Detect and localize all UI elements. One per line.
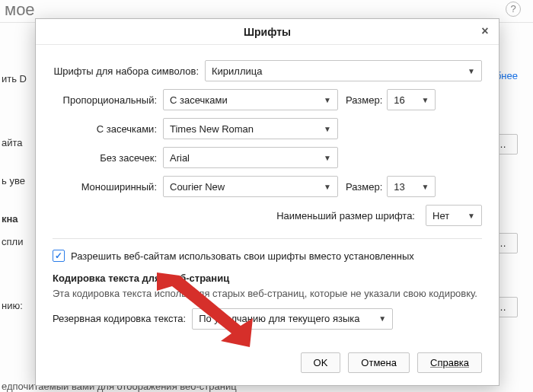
select-proportional[interactable]: С засечками ▼ <box>163 89 338 110</box>
label-charset: Шрифты для набора символов: <box>53 65 205 77</box>
select-mono-value: Courier New <box>170 181 225 193</box>
select-fallback-encoding-value: По умолчанию для текущего языка <box>199 313 359 324</box>
help-button[interactable]: Справка <box>417 352 482 373</box>
select-sans-value: Arial <box>170 152 190 164</box>
chevron-down-icon: ▼ <box>468 212 475 220</box>
select-serif-value: Times New Roman <box>170 123 254 135</box>
select-prop-size[interactable]: 16 ▼ <box>387 89 436 110</box>
label-allow-site-fonts: Разрешить веб-сайтам использовать свои ш… <box>71 250 414 262</box>
select-min-size[interactable]: Нет ▼ <box>426 205 482 226</box>
chevron-down-icon: ▼ <box>324 154 331 162</box>
label-serif: С засечками: <box>53 123 163 135</box>
legacy-encoding-desc: Эта кодировка текста использу ля старых … <box>53 287 482 301</box>
select-sans[interactable]: Arial ▼ <box>163 147 338 168</box>
dialog-title: Шрифты × <box>36 19 499 45</box>
chevron-down-icon: ▼ <box>324 183 331 191</box>
dialog-title-text: Шрифты <box>244 26 291 38</box>
chevron-down-icon: ▼ <box>378 314 386 323</box>
separator <box>53 238 482 239</box>
chevron-down-icon: ▼ <box>421 96 429 104</box>
legacy-encoding-heading: Кодировка текста для ых б-страниц <box>53 272 482 284</box>
select-fallback-encoding[interactable]: По умолчанию для текущего языка ▼ <box>192 308 393 330</box>
help-button-label: Справка <box>430 357 469 368</box>
select-prop-size-value: 16 <box>394 94 404 106</box>
label-fallback-encoding: Резервная кодировка текста: <box>53 313 186 324</box>
label-mono: Моноширинный: <box>53 181 163 193</box>
select-charset-value: Кириллица <box>212 65 262 77</box>
select-mono[interactable]: Courier New ▼ <box>163 176 338 197</box>
select-serif[interactable]: Times New Roman ▼ <box>163 118 338 139</box>
chevron-down-icon: ▼ <box>421 183 429 191</box>
ok-button[interactable]: OK <box>301 352 341 373</box>
select-proportional-value: С засечками <box>170 94 228 106</box>
select-charset[interactable]: Кириллица ▼ <box>205 60 482 81</box>
checkbox-allow-site-fonts[interactable]: ✓ <box>53 250 65 262</box>
cancel-button[interactable]: Отмена <box>348 352 410 373</box>
close-icon[interactable]: × <box>477 24 493 40</box>
chevron-down-icon: ▼ <box>468 67 475 75</box>
label-prop-size: Размер: <box>346 94 382 106</box>
label-proportional: Пропорциональный: <box>53 94 163 106</box>
chevron-down-icon: ▼ <box>324 125 331 133</box>
modal-overlay: Шрифты × Шрифты для набора символов: Кир… <box>0 0 533 392</box>
select-min-size-value: Нет <box>432 210 449 221</box>
label-mono-size: Размер: <box>346 181 382 193</box>
select-mono-size[interactable]: 13 ▼ <box>387 176 436 197</box>
fonts-dialog: Шрифты × Шрифты для набора символов: Кир… <box>35 18 499 386</box>
chevron-down-icon: ▼ <box>324 96 331 104</box>
label-min-size: Наименьший размер шрифта: <box>276 210 421 221</box>
select-mono-size-value: 13 <box>394 181 404 193</box>
label-sans: Без засечек: <box>53 152 163 164</box>
